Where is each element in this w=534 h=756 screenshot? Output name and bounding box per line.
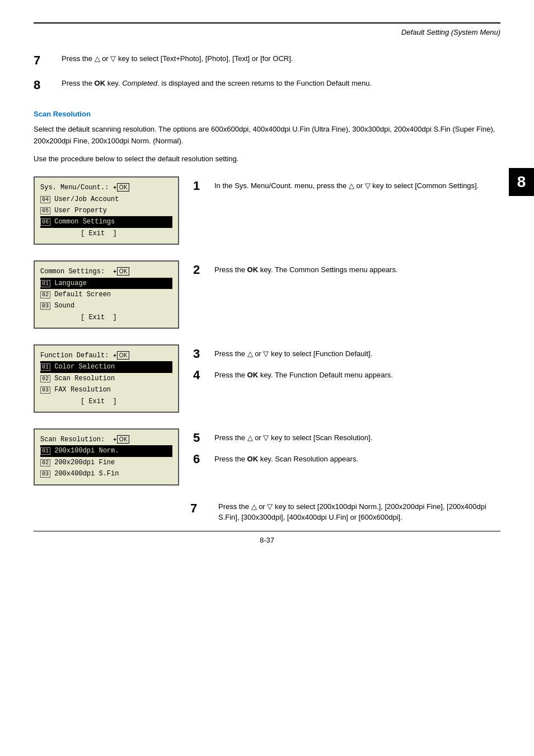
steps-block-1: 1 In the Sys. Menu/Count. menu, press th… (193, 176, 500, 200)
pair-2: Common Settings: ✦OK 01 Language 02 Defa… (34, 260, 500, 329)
lcd-line-2-3: 02 Default Screen (40, 291, 111, 298)
steps-block-3: 3 Press the △ or ▽ key to select [Functi… (193, 344, 500, 390)
step-text-3: Press the △ or ▽ key to select [Function… (214, 347, 372, 360)
step-num-4: 4 (193, 368, 214, 382)
final-step-num-7: 7 (190, 501, 213, 516)
screen-block-1: Sys. Menu/Count.: ✦OK 04 User/Job Accoun… (34, 176, 182, 245)
step-num-2: 2 (193, 263, 214, 277)
screen-block-4: Scan Resolution: ✦OK 01 200x100dpi Norm.… (34, 428, 182, 486)
lcd-screen-1: Sys. Menu/Count.: ✦OK 04 User/Job Accoun… (34, 176, 179, 245)
step-number-8: 8 (34, 78, 56, 92)
pair-4: Scan Resolution: ✦OK 01 200x100dpi Norm.… (34, 428, 500, 486)
screen-block-2: Common Settings: ✦OK 01 Language 02 Defa… (34, 260, 182, 329)
lcd-screen-2: Common Settings: ✦OK 01 Language 02 Defa… (34, 260, 179, 329)
lcd-line-1-3: 05 User Property (40, 207, 107, 214)
top-step-7: 7 Press the △ or ▽ key to select [Text+P… (34, 53, 500, 68)
top-steps-section: 7 Press the △ or ▽ key to select [Text+P… (34, 53, 500, 93)
lcd-line-3-2: 01 Color Selection (40, 361, 172, 372)
header-rule (34, 22, 500, 24)
step-text-6: Press the OK key. Scan Resolution appear… (214, 452, 358, 465)
lcd-line-4-4: 03 200x400dpi S.Fin (40, 470, 119, 478)
lcd-line-4-3: 02 200x200dpi Fine (40, 459, 115, 466)
step-5: 5 Press the △ or ▽ key to select [Scan R… (193, 431, 500, 445)
step-1: 1 In the Sys. Menu/Count. menu, press th… (193, 179, 500, 193)
step-number-7: 7 (34, 53, 56, 68)
section-badge: 8 (509, 168, 534, 196)
lcd-line-1-4: 06 Common Settings (40, 216, 172, 227)
screen-block-3: Function Default: ✦OK 01 Color Selection… (34, 344, 182, 413)
step-2: 2 Press the OK key. The Common Settings … (193, 263, 500, 277)
lcd-line-4-2: 01 200x100dpi Norm. (40, 445, 172, 456)
step-num-5: 5 (193, 431, 214, 445)
lcd-line-1-5: [ Exit ] (40, 230, 117, 237)
lcd-line-2-5: [ Exit ] (40, 314, 117, 321)
step-text-5: Press the △ or ▽ key to select [Scan Res… (214, 431, 372, 444)
page-header-title: Default Setting (System Menu) (34, 28, 500, 36)
step-text-4: Press the OK key. The Function Default m… (214, 368, 393, 381)
step-num-3: 3 (193, 347, 214, 361)
lcd-line-2-4: 03 Sound (40, 302, 74, 310)
footer-page-number: 8-37 (260, 536, 274, 544)
page-container: Default Setting (System Menu) 7 Press th… (0, 0, 534, 556)
step-text-2: Press the OK key. The Common Settings me… (214, 263, 398, 276)
lcd-line-3-1: Function Default: ✦OK (40, 352, 129, 360)
final-step-7: 7 Press the △ or ▽ key to select [200x10… (190, 501, 500, 523)
step-3: 3 Press the △ or ▽ key to select [Functi… (193, 347, 500, 361)
steps-block-2: 2 Press the OK key. The Common Settings … (193, 260, 500, 284)
procedure-text: Use the procedure below to select the de… (34, 153, 500, 165)
lcd-line-3-4: 03 FAX Resolution (40, 386, 111, 394)
pair-1: Sys. Menu/Count.: ✦OK 04 User/Job Accoun… (34, 176, 500, 245)
lcd-line-4-1: Scan Resolution: ✦OK (40, 436, 129, 444)
lcd-screen-3: Function Default: ✦OK 01 Color Selection… (34, 344, 179, 413)
step-text-1: In the Sys. Menu/Count. menu, press the … (214, 179, 479, 192)
scan-resolution-title: Scan Resolution (34, 110, 500, 118)
lcd-line-1-1: Sys. Menu/Count.: ✦OK (40, 184, 129, 192)
footer: 8-37 (34, 531, 500, 544)
step-num-6: 6 (193, 452, 214, 466)
lcd-line-2-1: Common Settings: ✦OK (40, 268, 129, 276)
top-step-8: 8 Press the OK key. Completed. is displa… (34, 78, 500, 92)
step-num-1: 1 (193, 179, 214, 193)
lcd-screen-4: Scan Resolution: ✦OK 01 200x100dpi Norm.… (34, 428, 179, 486)
lcd-line-3-5: [ Exit ] (40, 398, 117, 405)
section-description: Select the default scanning resolution. … (34, 124, 500, 147)
lcd-line-1-2: 04 User/Job Account (40, 195, 119, 203)
pair-3: Function Default: ✦OK 01 Color Selection… (34, 344, 500, 413)
step-4: 4 Press the OK key. The Function Default… (193, 368, 500, 382)
lcd-line-3-3: 02 Scan Resolution (40, 375, 115, 382)
step-text-7: Press the △ or ▽ key to select [Text+Pho… (62, 53, 500, 64)
final-step-text-7: Press the △ or ▽ key to select [200x100d… (218, 501, 500, 523)
step-6: 6 Press the OK key. Scan Resolution appe… (193, 452, 500, 466)
lcd-line-2-2: 01 Language (40, 278, 172, 289)
step-text-8: Press the OK key. Completed. is displaye… (62, 78, 500, 89)
steps-block-4: 5 Press the △ or ▽ key to select [Scan R… (193, 428, 500, 474)
